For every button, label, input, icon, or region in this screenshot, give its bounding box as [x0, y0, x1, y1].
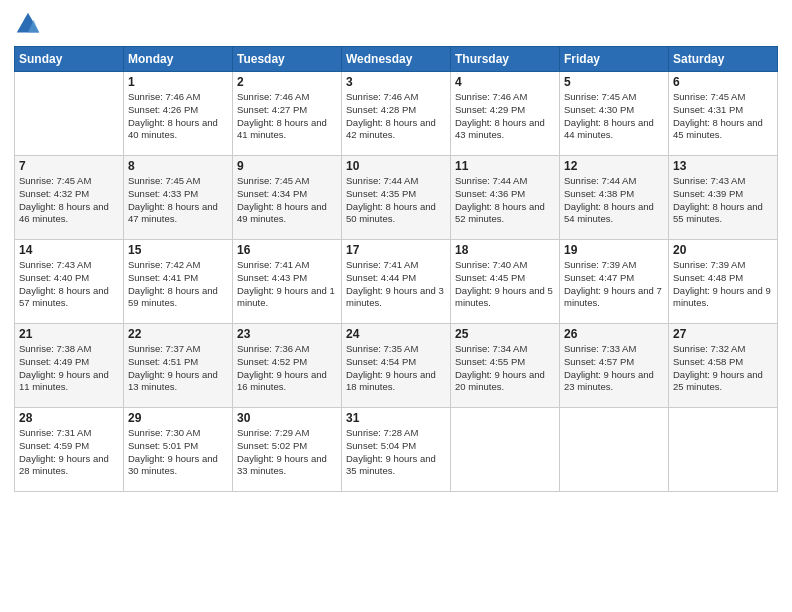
day-info: Sunrise: 7:46 AMSunset: 4:29 PMDaylight:…	[455, 91, 555, 142]
logo	[14, 10, 46, 38]
day-number: 9	[237, 159, 337, 173]
week-row-1: 1Sunrise: 7:46 AMSunset: 4:26 PMDaylight…	[15, 72, 778, 156]
header	[14, 10, 778, 38]
day-info: Sunrise: 7:43 AMSunset: 4:40 PMDaylight:…	[19, 259, 119, 310]
day-info: Sunrise: 7:45 AMSunset: 4:30 PMDaylight:…	[564, 91, 664, 142]
calendar-header-row: SundayMondayTuesdayWednesdayThursdayFrid…	[15, 47, 778, 72]
day-number: 23	[237, 327, 337, 341]
calendar-cell: 6Sunrise: 7:45 AMSunset: 4:31 PMDaylight…	[669, 72, 778, 156]
day-info: Sunrise: 7:44 AMSunset: 4:35 PMDaylight:…	[346, 175, 446, 226]
day-info: Sunrise: 7:46 AMSunset: 4:26 PMDaylight:…	[128, 91, 228, 142]
day-number: 26	[564, 327, 664, 341]
day-number: 25	[455, 327, 555, 341]
day-info: Sunrise: 7:45 AMSunset: 4:33 PMDaylight:…	[128, 175, 228, 226]
day-number: 20	[673, 243, 773, 257]
day-info: Sunrise: 7:32 AMSunset: 4:58 PMDaylight:…	[673, 343, 773, 394]
col-header-monday: Monday	[124, 47, 233, 72]
day-number: 6	[673, 75, 773, 89]
day-number: 14	[19, 243, 119, 257]
day-info: Sunrise: 7:35 AMSunset: 4:54 PMDaylight:…	[346, 343, 446, 394]
calendar-cell: 2Sunrise: 7:46 AMSunset: 4:27 PMDaylight…	[233, 72, 342, 156]
day-number: 17	[346, 243, 446, 257]
day-number: 21	[19, 327, 119, 341]
day-number: 27	[673, 327, 773, 341]
day-number: 29	[128, 411, 228, 425]
day-number: 5	[564, 75, 664, 89]
calendar-cell: 1Sunrise: 7:46 AMSunset: 4:26 PMDaylight…	[124, 72, 233, 156]
day-number: 11	[455, 159, 555, 173]
day-info: Sunrise: 7:40 AMSunset: 4:45 PMDaylight:…	[455, 259, 555, 310]
col-header-tuesday: Tuesday	[233, 47, 342, 72]
calendar-cell	[15, 72, 124, 156]
logo-icon	[14, 10, 42, 38]
day-info: Sunrise: 7:42 AMSunset: 4:41 PMDaylight:…	[128, 259, 228, 310]
calendar-cell: 18Sunrise: 7:40 AMSunset: 4:45 PMDayligh…	[451, 240, 560, 324]
day-info: Sunrise: 7:46 AMSunset: 4:27 PMDaylight:…	[237, 91, 337, 142]
calendar-cell: 9Sunrise: 7:45 AMSunset: 4:34 PMDaylight…	[233, 156, 342, 240]
calendar-cell: 29Sunrise: 7:30 AMSunset: 5:01 PMDayligh…	[124, 408, 233, 492]
calendar-cell: 10Sunrise: 7:44 AMSunset: 4:35 PMDayligh…	[342, 156, 451, 240]
day-info: Sunrise: 7:45 AMSunset: 4:34 PMDaylight:…	[237, 175, 337, 226]
day-number: 7	[19, 159, 119, 173]
calendar-cell: 23Sunrise: 7:36 AMSunset: 4:52 PMDayligh…	[233, 324, 342, 408]
calendar-cell: 14Sunrise: 7:43 AMSunset: 4:40 PMDayligh…	[15, 240, 124, 324]
day-number: 22	[128, 327, 228, 341]
day-info: Sunrise: 7:28 AMSunset: 5:04 PMDaylight:…	[346, 427, 446, 478]
calendar-cell	[451, 408, 560, 492]
calendar-cell: 21Sunrise: 7:38 AMSunset: 4:49 PMDayligh…	[15, 324, 124, 408]
day-number: 3	[346, 75, 446, 89]
calendar-cell: 15Sunrise: 7:42 AMSunset: 4:41 PMDayligh…	[124, 240, 233, 324]
calendar-cell: 24Sunrise: 7:35 AMSunset: 4:54 PMDayligh…	[342, 324, 451, 408]
calendar-cell: 25Sunrise: 7:34 AMSunset: 4:55 PMDayligh…	[451, 324, 560, 408]
calendar-cell: 12Sunrise: 7:44 AMSunset: 4:38 PMDayligh…	[560, 156, 669, 240]
calendar-page: SundayMondayTuesdayWednesdayThursdayFrid…	[0, 0, 792, 612]
day-number: 15	[128, 243, 228, 257]
col-header-wednesday: Wednesday	[342, 47, 451, 72]
day-number: 16	[237, 243, 337, 257]
calendar-cell: 26Sunrise: 7:33 AMSunset: 4:57 PMDayligh…	[560, 324, 669, 408]
day-info: Sunrise: 7:38 AMSunset: 4:49 PMDaylight:…	[19, 343, 119, 394]
calendar-cell	[669, 408, 778, 492]
calendar-cell: 16Sunrise: 7:41 AMSunset: 4:43 PMDayligh…	[233, 240, 342, 324]
day-number: 13	[673, 159, 773, 173]
calendar-cell: 19Sunrise: 7:39 AMSunset: 4:47 PMDayligh…	[560, 240, 669, 324]
calendar-cell: 31Sunrise: 7:28 AMSunset: 5:04 PMDayligh…	[342, 408, 451, 492]
day-number: 31	[346, 411, 446, 425]
day-number: 8	[128, 159, 228, 173]
calendar-cell: 17Sunrise: 7:41 AMSunset: 4:44 PMDayligh…	[342, 240, 451, 324]
calendar-cell: 7Sunrise: 7:45 AMSunset: 4:32 PMDaylight…	[15, 156, 124, 240]
day-info: Sunrise: 7:31 AMSunset: 4:59 PMDaylight:…	[19, 427, 119, 478]
week-row-2: 7Sunrise: 7:45 AMSunset: 4:32 PMDaylight…	[15, 156, 778, 240]
calendar-cell	[560, 408, 669, 492]
calendar-cell: 4Sunrise: 7:46 AMSunset: 4:29 PMDaylight…	[451, 72, 560, 156]
calendar-cell: 27Sunrise: 7:32 AMSunset: 4:58 PMDayligh…	[669, 324, 778, 408]
day-info: Sunrise: 7:41 AMSunset: 4:44 PMDaylight:…	[346, 259, 446, 310]
day-number: 4	[455, 75, 555, 89]
day-info: Sunrise: 7:29 AMSunset: 5:02 PMDaylight:…	[237, 427, 337, 478]
calendar-cell: 30Sunrise: 7:29 AMSunset: 5:02 PMDayligh…	[233, 408, 342, 492]
calendar-table: SundayMondayTuesdayWednesdayThursdayFrid…	[14, 46, 778, 492]
day-number: 19	[564, 243, 664, 257]
day-info: Sunrise: 7:36 AMSunset: 4:52 PMDaylight:…	[237, 343, 337, 394]
col-header-sunday: Sunday	[15, 47, 124, 72]
day-info: Sunrise: 7:39 AMSunset: 4:47 PMDaylight:…	[564, 259, 664, 310]
week-row-5: 28Sunrise: 7:31 AMSunset: 4:59 PMDayligh…	[15, 408, 778, 492]
col-header-saturday: Saturday	[669, 47, 778, 72]
day-info: Sunrise: 7:41 AMSunset: 4:43 PMDaylight:…	[237, 259, 337, 310]
day-number: 30	[237, 411, 337, 425]
day-number: 12	[564, 159, 664, 173]
day-info: Sunrise: 7:45 AMSunset: 4:32 PMDaylight:…	[19, 175, 119, 226]
day-number: 2	[237, 75, 337, 89]
day-info: Sunrise: 7:33 AMSunset: 4:57 PMDaylight:…	[564, 343, 664, 394]
day-info: Sunrise: 7:45 AMSunset: 4:31 PMDaylight:…	[673, 91, 773, 142]
day-info: Sunrise: 7:44 AMSunset: 4:36 PMDaylight:…	[455, 175, 555, 226]
col-header-thursday: Thursday	[451, 47, 560, 72]
day-number: 28	[19, 411, 119, 425]
calendar-cell: 5Sunrise: 7:45 AMSunset: 4:30 PMDaylight…	[560, 72, 669, 156]
week-row-4: 21Sunrise: 7:38 AMSunset: 4:49 PMDayligh…	[15, 324, 778, 408]
calendar-cell: 8Sunrise: 7:45 AMSunset: 4:33 PMDaylight…	[124, 156, 233, 240]
calendar-cell: 28Sunrise: 7:31 AMSunset: 4:59 PMDayligh…	[15, 408, 124, 492]
day-number: 1	[128, 75, 228, 89]
calendar-cell: 11Sunrise: 7:44 AMSunset: 4:36 PMDayligh…	[451, 156, 560, 240]
day-info: Sunrise: 7:43 AMSunset: 4:39 PMDaylight:…	[673, 175, 773, 226]
